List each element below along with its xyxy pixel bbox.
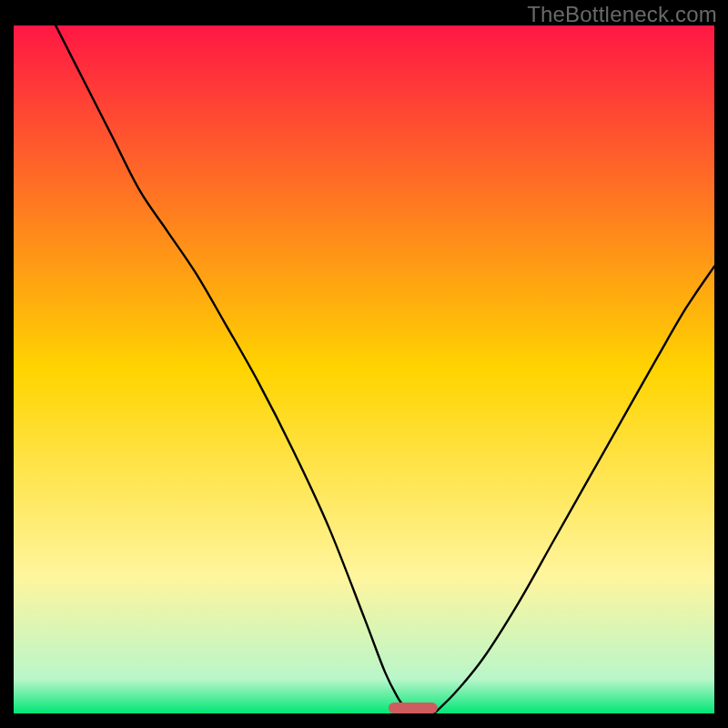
bottleneck-chart xyxy=(14,25,714,713)
chart-background-gradient xyxy=(14,25,714,713)
watermark-text: TheBottleneck.com xyxy=(527,2,717,27)
optimal-marker xyxy=(389,703,438,713)
